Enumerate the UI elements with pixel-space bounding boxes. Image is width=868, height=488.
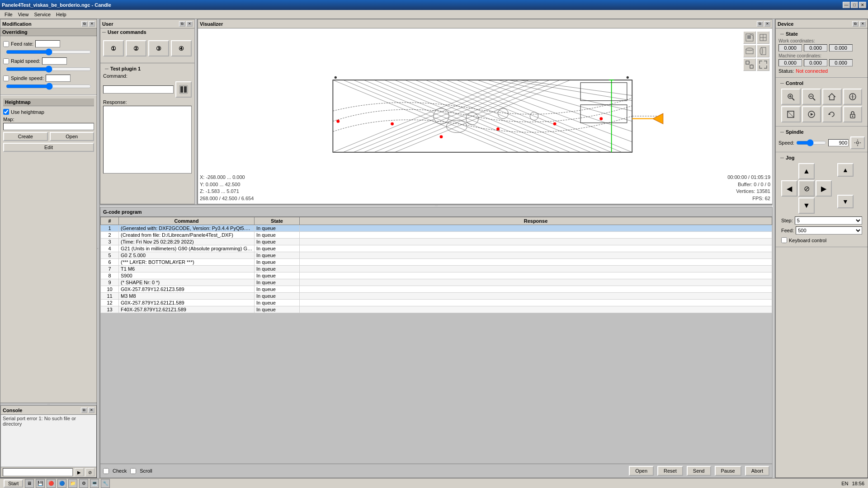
jog-y-plus-button[interactable]: ▲ [798,163,815,179]
visualizer-content[interactable]: ● ● [198,28,772,204]
window-controls[interactable]: — □ ✕ [843,2,866,8]
jog-z-plus-button[interactable]: ▲ [837,163,854,177]
map-input[interactable]: panele.map [3,123,94,130]
user-cmd-btn-2[interactable]: ② [126,40,146,56]
response-area[interactable] [103,106,192,174]
ctrl-zoom-in-button[interactable] [781,89,801,105]
spindle-speed-checkbox[interactable] [3,75,9,81]
taskbar-icon-4[interactable]: 🔵 [57,479,66,488]
viz-fit-button[interactable] [743,58,756,71]
device-panel-controls[interactable]: ⧉ ✕ [852,21,866,27]
jog-z-minus-button[interactable]: ▼ [837,195,854,208]
command-input[interactable] [103,85,174,94]
viz-3d-button[interactable] [743,31,756,44]
use-heightmap-checkbox[interactable] [3,109,9,115]
jog-center-button[interactable]: ⊘ [798,180,815,197]
console-input[interactable] [3,468,73,476]
create-button[interactable]: Create [3,132,48,141]
taskbar-icon-3[interactable]: 🔴 [47,479,56,488]
table-row[interactable]: 3 (Time: Fri Nov 25 02:28:29 2022) In qu… [101,239,772,245]
user-panel-controls[interactable]: ⧉ ✕ [179,21,193,27]
edit-button[interactable]: Edit [3,143,94,152]
taskbar-icon-8[interactable]: 🔧 [101,479,110,488]
close-button[interactable]: ✕ [859,2,866,8]
console-clear-button[interactable]: ⊘ [85,468,94,476]
feed-rate-slider[interactable] [6,49,91,55]
ctrl-zoom-out-button[interactable] [802,89,821,105]
gcode-table[interactable]: # Command State Response 1 (Generated wi… [100,217,772,464]
user-cmd-btn-1[interactable]: ① [103,40,124,56]
rapid-speed-checkbox[interactable] [3,58,9,64]
feed-rate-checkbox[interactable] [3,41,9,47]
table-row[interactable]: 10 G0X-257.879Y12.621Z3.589 In queue [101,286,772,293]
table-row[interactable]: 12 G0X-257.879Y12.621Z1.589 In queue [101,300,772,306]
maximize-button[interactable]: □ [851,2,858,8]
check-checkbox[interactable] [103,468,109,474]
table-row[interactable]: 7 T1 M6 In queue [101,266,772,272]
device-float-button[interactable]: ⧉ [852,21,859,27]
table-row[interactable]: 8 S900 In queue [101,272,772,279]
spindle-settings-button[interactable] [850,136,865,149]
jog-y-minus-button[interactable]: ▼ [798,197,815,214]
spindle-speed-slider[interactable] [6,83,91,89]
table-row[interactable]: 13 F40X-257.879Y12.621Z1.589 In queue [101,306,772,313]
scroll-checkbox[interactable] [130,468,136,474]
modification-close-button[interactable]: ✕ [89,21,95,27]
console-panel-controls[interactable]: ⧉ ✕ [81,408,94,413]
ctrl-home-button[interactable] [822,89,842,105]
abort-button[interactable]: Abort [745,466,769,476]
menu-help[interactable]: Help [53,11,69,18]
taskbar-icon-7[interactable]: 💻 [90,479,99,488]
console-close-button[interactable]: ✕ [88,408,94,413]
taskbar-icon-2[interactable]: 💾 [36,479,45,488]
visualizer-float-button[interactable]: ⧉ [757,21,763,27]
viz-side-button[interactable] [757,45,769,57]
viz-expand-button[interactable] [757,58,769,71]
table-row[interactable]: 5 G0 Z 5.000 In queue [101,252,772,259]
feed-rate-input[interactable]: 100% [35,40,60,47]
table-row[interactable]: 6 (*** LAYER: BOTTOMLAYER ***) In queue [101,259,772,266]
menu-file[interactable]: File [2,11,15,18]
user-close-button[interactable]: ✕ [186,21,193,27]
jog-x-minus-button[interactable]: ◀ [781,180,797,197]
ctrl-reset-button[interactable] [822,106,842,122]
open-button[interactable]: Open [629,466,654,476]
ctrl-run-button[interactable] [802,106,821,122]
table-row[interactable]: 1 (Generated with: DXF2GCODE, Version: P… [101,225,772,232]
modification-float-button[interactable]: ⧉ [81,21,88,27]
taskbar-icon-1[interactable]: 🖥 [25,479,34,488]
open-map-button[interactable]: Open [50,132,94,141]
taskbar-icon-5[interactable]: 📁 [68,479,77,488]
menu-service[interactable]: Service [31,11,53,18]
viz-front-button[interactable] [757,31,769,44]
step-select[interactable]: 5 1 10 0.1 [795,216,862,225]
user-cmd-btn-4[interactable]: ④ [171,40,192,56]
menu-view[interactable]: View [15,11,32,18]
user-float-button[interactable]: ⧉ [179,21,185,27]
user-cmd-btn-3[interactable]: ③ [148,40,169,56]
table-row[interactable]: 11 M3 M8 In queue [101,293,772,300]
ctrl-zero-button[interactable] [843,89,863,105]
taskbar-icon-6[interactable]: ⚙ [79,479,88,488]
jog-x-plus-button[interactable]: ▶ [816,180,832,197]
visualizer-close-button[interactable]: ✕ [764,21,770,27]
console-send-button[interactable]: ▶ [75,468,84,476]
feed-select[interactable]: 500 100 1000 [796,226,862,235]
ctrl-lock-button[interactable] [843,106,863,122]
spindle-speed-input[interactable]: 102% [46,75,71,82]
spindle-speed-value-input[interactable] [828,139,849,146]
spindle-slider-device[interactable] [796,140,826,146]
console-float-button[interactable]: ⧉ [81,408,87,413]
table-row[interactable]: 9 (* SHAPE Nr: 0 *) In queue [101,279,772,286]
start-button[interactable]: Start [4,479,23,488]
ctrl-move-button[interactable] [781,106,801,122]
minimize-button[interactable]: — [843,2,850,8]
modification-panel-controls[interactable]: ⧉ ✕ [81,21,95,27]
pause-button[interactable]: Pause [715,466,741,476]
send-button[interactable]: Send [687,466,711,476]
reset-button[interactable]: Reset [657,466,683,476]
visualizer-panel-controls[interactable]: ⧉ ✕ [757,21,770,27]
viz-top-button[interactable] [743,45,756,57]
rapid-speed-slider[interactable] [6,66,91,72]
run-command-button[interactable] [175,81,192,98]
